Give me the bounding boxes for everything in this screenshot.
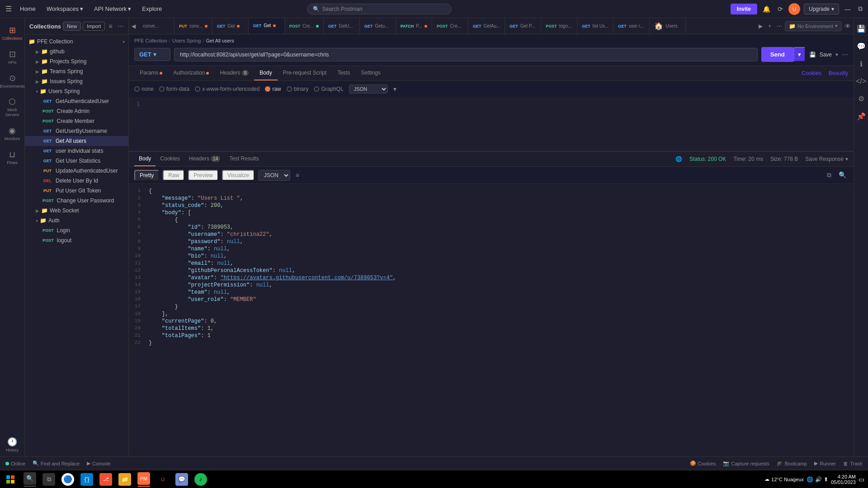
- send-button[interactable]: Send: [761, 47, 794, 62]
- sidebar-item-environments[interactable]: ⊙ Environments: [1, 70, 24, 93]
- tab-tests[interactable]: Tests: [332, 66, 355, 80]
- request-body-editor[interactable]: 1: [129, 97, 854, 151]
- search-bar[interactable]: 🔍 Search Postman: [307, 4, 452, 14]
- tab-conv1[interactable]: conve...: [138, 18, 175, 34]
- format-pretty[interactable]: Pretty: [134, 170, 159, 181]
- right-settings-icon[interactable]: ⚙: [855, 92, 867, 106]
- tab-authorization[interactable]: Authorization: [168, 66, 214, 80]
- search-response-icon[interactable]: 🔍: [837, 169, 848, 181]
- tree-item-issues-spring[interactable]: ▶ 📁 Issues Spring: [25, 76, 128, 86]
- tab-get-p[interactable]: GET Get P...: [505, 18, 541, 34]
- tree-item-auth[interactable]: ▾ 📁 Auth: [25, 216, 128, 225]
- sidebar-item-apis[interactable]: ⊡ APIs: [1, 46, 24, 69]
- volume-icon[interactable]: 🔊: [815, 476, 822, 483]
- tab-scroll-left[interactable]: ◀: [129, 21, 138, 31]
- tree-item-put-user-git[interactable]: PUT Put User Git Token: [25, 186, 128, 196]
- tab-body[interactable]: Body: [254, 66, 277, 80]
- environment-selector[interactable]: 📁 No Environment ▾: [785, 21, 842, 31]
- more-options-icon[interactable]: ⋯: [842, 51, 848, 58]
- tab-pre-request[interactable]: Pre-request Script: [278, 66, 332, 80]
- battery-icon[interactable]: ⬆: [824, 476, 828, 483]
- clock[interactable]: 4:20 AM 05/01/2023: [831, 474, 856, 485]
- cookies-link[interactable]: Cookies: [802, 70, 821, 76]
- taskbar-discord[interactable]: 💬: [173, 471, 191, 488]
- eye-icon[interactable]: 👁: [842, 23, 854, 30]
- taskbar-vscode[interactable]: {'}: [78, 471, 96, 488]
- tree-item-get-all-users[interactable]: GET Get All users: [25, 136, 128, 146]
- tab-more[interactable]: ⋯: [774, 21, 785, 31]
- show-desktop-icon[interactable]: ▭: [859, 476, 864, 483]
- hamburger-menu[interactable]: ☰: [4, 3, 14, 15]
- tab-put-conv[interactable]: PUT conv...: [175, 18, 212, 34]
- option-none[interactable]: none: [134, 86, 154, 92]
- tree-item-create-admin[interactable]: POST Create Admin: [25, 106, 128, 116]
- copy-icon[interactable]: ⧉: [825, 169, 833, 181]
- response-tab-body[interactable]: Body: [134, 152, 156, 166]
- filter-icon[interactable]: ≡: [296, 172, 299, 179]
- restore-button[interactable]: ⧉: [856, 3, 864, 14]
- status-indicator[interactable]: Online: [5, 461, 25, 466]
- tab-get-getu2[interactable]: GET Getu...: [360, 18, 396, 34]
- tree-item-get-user-statistics[interactable]: GET Get User Statistics: [25, 156, 128, 166]
- response-tab-headers[interactable]: Headers14: [184, 152, 225, 166]
- network-icon[interactable]: 🌐: [807, 476, 813, 483]
- taskbar-intellij[interactable]: IJ: [154, 471, 172, 488]
- tree-item-get-user-by-username[interactable]: GET GetUserByUsername: [25, 126, 128, 136]
- json-format-select[interactable]: JSON Text JavaScript HTML XML: [349, 84, 388, 94]
- option-graphql[interactable]: GraphQL: [314, 86, 343, 92]
- tree-item-projects-spring[interactable]: ▶ 📁 Projects Spring: [25, 56, 128, 66]
- tree-root[interactable]: 📁 PFE Collection ▾: [25, 37, 128, 47]
- sidebar-item-collections[interactable]: ⊞ Collections: [1, 22, 24, 45]
- tree-item-users-spring[interactable]: ▾ 📁 Users Spring: [25, 86, 128, 96]
- menu-api-network[interactable]: API Network ▾: [90, 4, 136, 14]
- tab-get-list[interactable]: GET list Us...: [577, 18, 613, 34]
- response-tab-test-results[interactable]: Test Results: [225, 152, 263, 166]
- tree-item-delete-user[interactable]: DEL Delete User By Id: [25, 176, 128, 186]
- tree-item-change-password[interactable]: POST Change User Password: [25, 196, 128, 206]
- save-icon[interactable]: 💾: [809, 52, 816, 58]
- right-save-icon[interactable]: 💾: [854, 22, 868, 36]
- upgrade-button[interactable]: Upgrade ▾: [804, 4, 839, 14]
- format-preview[interactable]: Preview: [188, 170, 218, 181]
- start-menu[interactable]: [4, 473, 17, 486]
- sidebar-item-mock-servers[interactable]: ⬡ Mock Servers: [1, 93, 24, 121]
- taskbar-search[interactable]: 🔍: [21, 471, 39, 488]
- method-selector[interactable]: GET ▾: [134, 48, 170, 61]
- tab-get-get2[interactable]: GET Get: [249, 18, 285, 34]
- tab-params[interactable]: Params: [134, 66, 168, 80]
- tab-patch[interactable]: PATCH P...: [396, 18, 432, 34]
- filter-icon[interactable]: ≡: [107, 22, 114, 31]
- response-format-select[interactable]: JSON XML HTML Text: [258, 170, 290, 181]
- save-arrow[interactable]: ▾: [835, 52, 838, 58]
- sync-icon[interactable]: ⟳: [776, 4, 785, 14]
- tab-get-get1[interactable]: GET Get: [212, 18, 249, 34]
- invite-button[interactable]: Invite: [731, 4, 757, 14]
- tab-get-user-i[interactable]: GET user i...: [613, 18, 650, 34]
- tree-item-logout[interactable]: POST logout: [25, 235, 128, 245]
- sidebar-item-monitors[interactable]: ◉ Monitors: [1, 122, 24, 145]
- tab-post-cre[interactable]: POST Cre...: [285, 18, 324, 34]
- beautify-link[interactable]: Beautify: [829, 70, 848, 76]
- tree-item-github[interactable]: ▶ 📁 github: [25, 47, 128, 56]
- tree-item-update-authenticated[interactable]: PUT UpdateAuthenticatedUser: [25, 166, 128, 176]
- trash-button[interactable]: 🗑 Trash: [843, 460, 863, 466]
- capture-button[interactable]: 📷 Capture requests: [723, 460, 769, 466]
- tab-get-getu[interactable]: GET GetU...: [324, 18, 360, 34]
- console-button[interactable]: ▶ Console: [87, 460, 110, 466]
- right-comment-icon[interactable]: 💬: [854, 39, 868, 53]
- format-raw[interactable]: Raw: [163, 170, 184, 181]
- editor-input[interactable]: [142, 97, 854, 151]
- option-urlencoded[interactable]: x-www-form-urlencoded: [195, 86, 259, 92]
- menu-workspaces[interactable]: Workspaces ▾: [42, 4, 88, 14]
- tree-item-login[interactable]: POST Login: [25, 225, 128, 235]
- taskbar-spotify[interactable]: ♪: [192, 471, 210, 488]
- sidebar-item-history[interactable]: 🕐 History: [1, 433, 24, 456]
- taskbar-git[interactable]: ⎇: [97, 471, 115, 488]
- option-raw[interactable]: raw: [265, 86, 281, 92]
- tree-item-create-member[interactable]: POST Create Member: [25, 116, 128, 126]
- tab-users[interactable]: 🏠 Users: [650, 18, 686, 34]
- tab-post-cre2[interactable]: POST Cre...: [432, 18, 468, 34]
- tree-item-get-authenticated[interactable]: GET GetAuthenticatedUser: [25, 96, 128, 106]
- right-pin-icon[interactable]: 📌: [854, 109, 868, 123]
- cookies-bottom-button[interactable]: 🍪 Cookies: [690, 460, 716, 466]
